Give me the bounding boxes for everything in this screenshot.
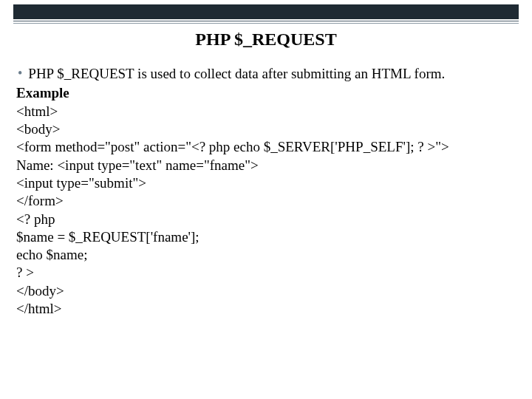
code-line: <? php <box>16 211 516 228</box>
top-bar-line-1 <box>13 21 519 21</box>
top-bar-dark <box>13 4 519 19</box>
bullet-item: • PHP $_REQUEST is used to collect data … <box>16 65 516 83</box>
top-decor-bar <box>0 0 532 27</box>
code-line: </body> <box>16 282 516 300</box>
example-label: Example <box>16 84 516 102</box>
bullet-icon: • <box>18 65 22 82</box>
code-line: ? > <box>16 264 516 282</box>
slide-content: • PHP $_REQUEST is used to collect data … <box>16 65 516 318</box>
code-line: <form method="post" action="<? php echo … <box>16 138 516 156</box>
slide: PHP $_REQUEST • PHP $_REQUEST is used to… <box>0 0 532 399</box>
code-line: echo $name; <box>16 246 516 264</box>
code-line: </form> <box>16 192 516 210</box>
code-line: <input type="submit"> <box>16 174 516 192</box>
code-line: Name: <input type="text" name="fname"> <box>16 157 516 174</box>
bullet-text: PHP $_REQUEST is used to collect data af… <box>28 65 516 83</box>
slide-title: PHP $_REQUEST <box>0 30 532 50</box>
code-line: $name = $_REQUEST['fname']; <box>16 228 516 246</box>
top-bar-line-2 <box>13 23 519 24</box>
code-line: </html> <box>16 300 516 318</box>
code-line: <body> <box>16 120 516 138</box>
code-line: <html> <box>16 103 516 120</box>
